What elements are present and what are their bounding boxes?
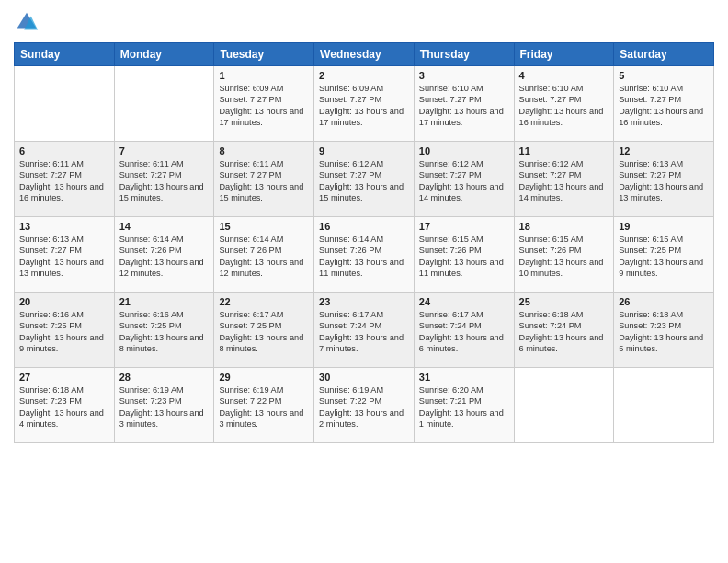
calendar-cell: 3Sunrise: 6:10 AM Sunset: 7:27 PM Daylig… [414, 66, 514, 142]
day-number: 29 [219, 372, 309, 383]
weekday-header: Sunday [15, 43, 115, 66]
day-info: Sunrise: 6:12 AM Sunset: 7:27 PM Dayligh… [519, 158, 609, 204]
calendar-header-row: SundayMondayTuesdayWednesdayThursdayFrid… [15, 43, 714, 66]
day-number: 9 [319, 145, 409, 156]
day-info: Sunrise: 6:11 AM Sunset: 7:27 PM Dayligh… [119, 158, 210, 204]
calendar-cell: 6Sunrise: 6:11 AM Sunset: 7:27 PM Daylig… [15, 142, 115, 217]
day-info: Sunrise: 6:19 AM Sunset: 7:22 PM Dayligh… [319, 385, 409, 431]
calendar-cell: 20Sunrise: 6:16 AM Sunset: 7:25 PM Dayli… [15, 293, 115, 368]
calendar-cell: 2Sunrise: 6:09 AM Sunset: 7:27 PM Daylig… [314, 66, 415, 142]
day-number: 13 [19, 221, 109, 232]
day-number: 15 [219, 221, 309, 232]
calendar-cell: 12Sunrise: 6:13 AM Sunset: 7:27 PM Dayli… [614, 142, 714, 217]
day-number: 17 [419, 221, 509, 232]
day-info: Sunrise: 6:12 AM Sunset: 7:27 PM Dayligh… [419, 158, 509, 204]
day-number: 4 [519, 70, 609, 81]
calendar-cell: 15Sunrise: 6:14 AM Sunset: 7:26 PM Dayli… [214, 217, 314, 293]
day-number: 11 [519, 145, 609, 156]
day-info: Sunrise: 6:11 AM Sunset: 7:27 PM Dayligh… [19, 158, 109, 204]
page-header [14, 9, 714, 35]
day-info: Sunrise: 6:20 AM Sunset: 7:21 PM Dayligh… [419, 385, 509, 431]
calendar-week-row: 6Sunrise: 6:11 AM Sunset: 7:27 PM Daylig… [15, 142, 714, 217]
day-info: Sunrise: 6:19 AM Sunset: 7:22 PM Dayligh… [219, 385, 309, 431]
day-number: 19 [619, 221, 709, 232]
day-number: 26 [619, 296, 709, 307]
calendar-table: SundayMondayTuesdayWednesdayThursdayFrid… [14, 42, 714, 443]
day-number: 5 [619, 70, 709, 81]
day-info: Sunrise: 6:11 AM Sunset: 7:27 PM Dayligh… [219, 158, 309, 204]
day-info: Sunrise: 6:13 AM Sunset: 7:27 PM Dayligh… [619, 158, 709, 204]
day-info: Sunrise: 6:10 AM Sunset: 7:27 PM Dayligh… [619, 83, 709, 129]
day-info: Sunrise: 6:17 AM Sunset: 7:24 PM Dayligh… [419, 309, 509, 355]
logo-icon [14, 9, 40, 35]
calendar-cell: 19Sunrise: 6:15 AM Sunset: 7:25 PM Dayli… [614, 217, 714, 293]
calendar-cell: 16Sunrise: 6:14 AM Sunset: 7:26 PM Dayli… [314, 217, 415, 293]
calendar-cell: 14Sunrise: 6:14 AM Sunset: 7:26 PM Dayli… [114, 217, 214, 293]
day-number: 31 [419, 372, 509, 383]
calendar-cell: 23Sunrise: 6:17 AM Sunset: 7:24 PM Dayli… [314, 293, 415, 368]
calendar-week-row: 13Sunrise: 6:13 AM Sunset: 7:27 PM Dayli… [15, 217, 714, 293]
day-info: Sunrise: 6:13 AM Sunset: 7:27 PM Dayligh… [19, 234, 109, 280]
calendar-cell: 22Sunrise: 6:17 AM Sunset: 7:25 PM Dayli… [214, 293, 314, 368]
day-number: 1 [219, 70, 309, 81]
weekday-header: Monday [114, 43, 214, 66]
day-info: Sunrise: 6:15 AM Sunset: 7:26 PM Dayligh… [519, 234, 609, 280]
day-info: Sunrise: 6:18 AM Sunset: 7:23 PM Dayligh… [19, 385, 109, 431]
day-number: 22 [219, 296, 309, 307]
calendar-cell: 7Sunrise: 6:11 AM Sunset: 7:27 PM Daylig… [114, 142, 214, 217]
weekday-header: Friday [514, 43, 614, 66]
day-number: 12 [619, 145, 709, 156]
day-number: 21 [119, 296, 210, 307]
weekday-header: Saturday [614, 43, 714, 66]
weekday-header: Wednesday [314, 43, 415, 66]
calendar-cell: 28Sunrise: 6:19 AM Sunset: 7:23 PM Dayli… [114, 368, 214, 443]
calendar-cell: 5Sunrise: 6:10 AM Sunset: 7:27 PM Daylig… [614, 66, 714, 142]
day-info: Sunrise: 6:09 AM Sunset: 7:27 PM Dayligh… [319, 83, 409, 129]
calendar-cell: 13Sunrise: 6:13 AM Sunset: 7:27 PM Dayli… [15, 217, 115, 293]
day-info: Sunrise: 6:14 AM Sunset: 7:26 PM Dayligh… [119, 234, 210, 280]
calendar-cell: 29Sunrise: 6:19 AM Sunset: 7:22 PM Dayli… [214, 368, 314, 443]
day-info: Sunrise: 6:14 AM Sunset: 7:26 PM Dayligh… [319, 234, 409, 280]
day-info: Sunrise: 6:16 AM Sunset: 7:25 PM Dayligh… [19, 309, 109, 355]
weekday-header: Thursday [414, 43, 514, 66]
calendar-cell: 8Sunrise: 6:11 AM Sunset: 7:27 PM Daylig… [214, 142, 314, 217]
calendar-week-row: 1Sunrise: 6:09 AM Sunset: 7:27 PM Daylig… [15, 66, 714, 142]
day-number: 7 [119, 145, 210, 156]
day-info: Sunrise: 6:16 AM Sunset: 7:25 PM Dayligh… [119, 309, 210, 355]
calendar-cell: 18Sunrise: 6:15 AM Sunset: 7:26 PM Dayli… [514, 217, 614, 293]
calendar-cell: 4Sunrise: 6:10 AM Sunset: 7:27 PM Daylig… [514, 66, 614, 142]
day-info: Sunrise: 6:18 AM Sunset: 7:23 PM Dayligh… [619, 309, 709, 355]
day-number: 23 [319, 296, 409, 307]
calendar-week-row: 27Sunrise: 6:18 AM Sunset: 7:23 PM Dayli… [15, 368, 714, 443]
calendar-cell: 1Sunrise: 6:09 AM Sunset: 7:27 PM Daylig… [214, 66, 314, 142]
day-number: 6 [19, 145, 109, 156]
calendar-cell: 21Sunrise: 6:16 AM Sunset: 7:25 PM Dayli… [114, 293, 214, 368]
calendar-cell: 27Sunrise: 6:18 AM Sunset: 7:23 PM Dayli… [15, 368, 115, 443]
day-info: Sunrise: 6:17 AM Sunset: 7:25 PM Dayligh… [219, 309, 309, 355]
day-info: Sunrise: 6:19 AM Sunset: 7:23 PM Dayligh… [119, 385, 210, 431]
calendar-cell [114, 66, 214, 142]
calendar-cell: 10Sunrise: 6:12 AM Sunset: 7:27 PM Dayli… [414, 142, 514, 217]
day-number: 2 [319, 70, 409, 81]
day-number: 16 [319, 221, 409, 232]
logo [14, 9, 43, 35]
day-info: Sunrise: 6:17 AM Sunset: 7:24 PM Dayligh… [319, 309, 409, 355]
day-number: 27 [19, 372, 109, 383]
day-number: 28 [119, 372, 210, 383]
calendar-cell: 17Sunrise: 6:15 AM Sunset: 7:26 PM Dayli… [414, 217, 514, 293]
day-number: 8 [219, 145, 309, 156]
calendar-cell [614, 368, 714, 443]
calendar-cell [514, 368, 614, 443]
day-info: Sunrise: 6:15 AM Sunset: 7:25 PM Dayligh… [619, 234, 709, 280]
calendar-cell: 24Sunrise: 6:17 AM Sunset: 7:24 PM Dayli… [414, 293, 514, 368]
calendar-cell: 31Sunrise: 6:20 AM Sunset: 7:21 PM Dayli… [414, 368, 514, 443]
day-info: Sunrise: 6:10 AM Sunset: 7:27 PM Dayligh… [419, 83, 509, 129]
calendar-cell: 9Sunrise: 6:12 AM Sunset: 7:27 PM Daylig… [314, 142, 415, 217]
calendar-cell: 11Sunrise: 6:12 AM Sunset: 7:27 PM Dayli… [514, 142, 614, 217]
day-number: 25 [519, 296, 609, 307]
calendar-cell [15, 66, 115, 142]
calendar-cell: 26Sunrise: 6:18 AM Sunset: 7:23 PM Dayli… [614, 293, 714, 368]
day-info: Sunrise: 6:09 AM Sunset: 7:27 PM Dayligh… [219, 83, 309, 129]
calendar-cell: 30Sunrise: 6:19 AM Sunset: 7:22 PM Dayli… [314, 368, 415, 443]
day-number: 20 [19, 296, 109, 307]
